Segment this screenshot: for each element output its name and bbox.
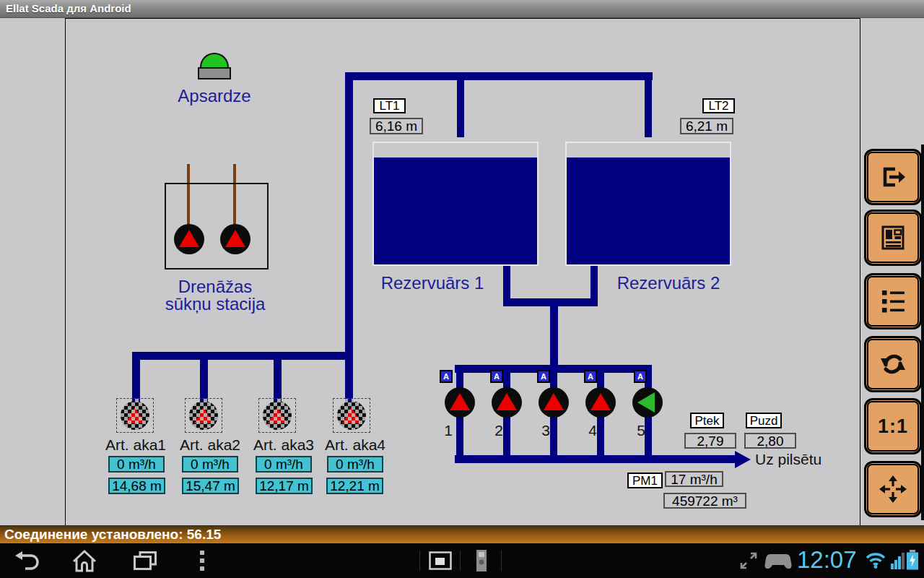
lt1-tag: LT1 — [373, 98, 406, 113]
battery-charging-icon — [907, 550, 918, 570]
drainage-label-line2: sūkņu stacija — [143, 296, 287, 313]
recents-button[interactable] — [133, 550, 157, 571]
pump-state-icon — [450, 393, 470, 410]
pump-5-number: 5 — [635, 422, 647, 439]
title-bar: Ellat Scada для Android — [0, 0, 924, 18]
report-button[interactable] — [864, 210, 922, 266]
pump-icon — [121, 401, 149, 430]
pipe-wells-manifold — [132, 352, 353, 360]
well-pump-2[interactable] — [185, 398, 222, 433]
pump-state-icon — [126, 407, 144, 423]
well-4-flow: 0 m³/h — [327, 456, 383, 473]
pump-1-number: 1 — [443, 422, 454, 439]
fullscreen-icon[interactable] — [739, 551, 758, 570]
back-button[interactable] — [13, 550, 42, 571]
home-button[interactable] — [72, 549, 97, 572]
exit-icon — [878, 162, 908, 192]
output-label: Uz pilsētu — [755, 451, 821, 468]
drainage-label-line1: Drenāžas — [143, 278, 287, 296]
well-4-name: Art. aka4 — [312, 436, 398, 454]
screenshot-icon[interactable] — [429, 551, 452, 570]
pm1-tag: PM1 — [627, 473, 663, 488]
well-pump-1[interactable] — [116, 398, 154, 433]
pump-state-icon — [590, 393, 611, 410]
pump-state-icon — [225, 230, 245, 247]
menu-button[interactable] — [199, 551, 205, 571]
clock[interactable]: 12:07 — [797, 546, 857, 574]
pump-state-icon — [268, 407, 287, 423]
signal-icon — [891, 553, 905, 569]
pump-1-mode-badge: A — [440, 370, 453, 383]
drainage-pump-1[interactable] — [174, 224, 204, 254]
app-title: Ellat Scada для Android — [6, 2, 131, 14]
android-nav-bar: 12:07 — [0, 543, 924, 578]
pump-icon — [337, 401, 366, 430]
pipe-reservoir2-inlet — [645, 72, 652, 137]
screen: Ellat Scada для Android Apsardze Drenāža… — [0, 0, 924, 578]
well-3-flow: 0 m³/h — [256, 456, 312, 473]
pump-3-mode-badge: A — [537, 370, 550, 383]
puzd-value: 2,80 — [744, 433, 796, 449]
pump-state-icon — [544, 393, 564, 410]
one-to-one-icon: 1:1 — [878, 415, 908, 438]
connection-status-bar: Соединение установлено: 56.15 — [0, 525, 924, 543]
pipe-station-feed — [550, 298, 558, 368]
well-2-flow: 0 m³/h — [182, 456, 238, 473]
list-button[interactable] — [864, 273, 922, 329]
report-icon — [879, 223, 907, 252]
well-4-level: 12,21 m — [326, 478, 383, 494]
ptek-value: 2,79 — [684, 433, 736, 449]
pump-4-number: 4 — [587, 422, 598, 439]
output-arrow-icon — [735, 451, 751, 468]
reservoir-2-fill — [567, 158, 730, 264]
lt1-value: 6,16 m — [370, 118, 423, 134]
pump-state-icon — [637, 392, 655, 413]
station-pump-3[interactable] — [539, 387, 569, 418]
reservoir-2[interactable] — [565, 142, 731, 266]
well-1-flow: 0 m³/h — [108, 456, 165, 473]
scrollbar[interactable] — [921, 144, 924, 520]
pan-icon — [879, 475, 907, 504]
pump-state-icon — [179, 230, 199, 247]
drainage-pump-2[interactable] — [220, 224, 250, 254]
puzd-tag: Puzd — [746, 413, 782, 428]
nav-separator — [460, 551, 461, 571]
connection-status-text: Соединение установлено: 56.15 — [4, 527, 221, 542]
security-beacon-base — [198, 67, 231, 79]
pump-icon — [189, 401, 218, 430]
pan-button[interactable] — [864, 461, 922, 517]
pump-icon — [263, 401, 292, 430]
lt2-value: 6,21 m — [680, 118, 733, 134]
pump-5-mode-badge: A — [634, 370, 647, 383]
reservoir-1-label: Rezervuārs 1 — [360, 275, 505, 292]
sync-icon — [878, 350, 908, 379]
actual-size-button[interactable]: 1:1 — [864, 398, 922, 454]
pm1-total-value: 459722 m³ — [663, 493, 746, 509]
reservoir-1[interactable] — [372, 142, 539, 266]
station-pump-1[interactable] — [445, 387, 475, 418]
pump-4-mode-badge: A — [584, 370, 597, 383]
well-2-level: 15,47 m — [182, 478, 239, 494]
station-pump-4[interactable] — [585, 387, 616, 418]
exit-button[interactable] — [864, 149, 922, 205]
pump-state-icon — [497, 393, 517, 410]
sync-button[interactable] — [864, 336, 922, 392]
ptek-tag: Ptek — [690, 413, 724, 428]
lt2-tag: LT2 — [702, 98, 735, 113]
station-pump-2[interactable] — [492, 387, 522, 418]
pipe-top-horizontal — [345, 72, 653, 80]
pipe-main-vertical — [345, 72, 353, 415]
device-icon[interactable] — [476, 550, 487, 571]
pump-state-icon — [194, 407, 213, 423]
pipe-reservoir1-inlet — [457, 72, 464, 137]
pm1-flow-value: 17 m³/h — [665, 471, 723, 487]
station-pump-5[interactable] — [632, 387, 663, 418]
well-pump-4[interactable] — [333, 398, 370, 433]
pump-2-number: 2 — [493, 422, 505, 439]
pump-3-number: 3 — [540, 422, 552, 439]
pipe-station-bottom-manifold — [455, 455, 735, 463]
well-pump-3[interactable] — [258, 398, 296, 433]
nav-separator — [501, 551, 502, 571]
reservoir-1-fill — [374, 158, 537, 264]
gamepad-icon[interactable] — [764, 553, 793, 570]
